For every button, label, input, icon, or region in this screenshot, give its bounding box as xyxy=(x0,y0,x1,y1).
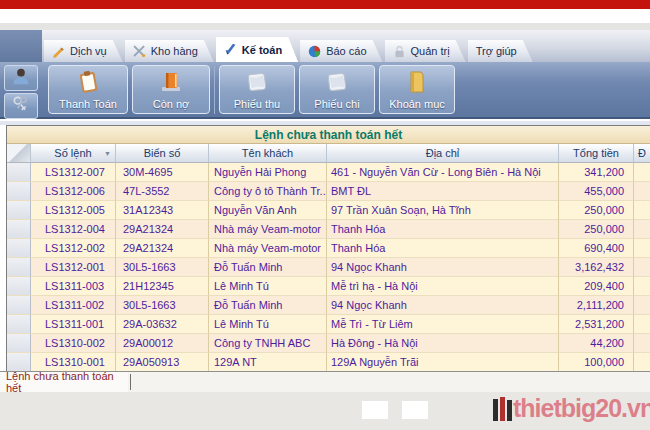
cell-tong-tien: 250,000 xyxy=(559,220,634,239)
cell-dia-chi: Mễ trì hạ - Hà Nội xyxy=(327,277,559,296)
cell-bien-so: 31A12343 xyxy=(116,201,209,220)
cell-ten-khach: Đỗ Tuấn Minh xyxy=(209,296,327,315)
cell-bien-so: 29A-03632 xyxy=(116,315,209,334)
cube-icon xyxy=(324,66,350,98)
tab-tro-giup[interactable]: Trợ giúp xyxy=(468,40,533,62)
cell-so-lenh: LS1312-002 xyxy=(31,239,116,258)
cell-dia-chi: Hà Đông - Hà Nội xyxy=(327,334,559,353)
book-icon xyxy=(158,66,184,98)
cell-tong-tien: 2,111,200 xyxy=(559,296,634,315)
cell-edge xyxy=(634,239,650,258)
tab-label: Trợ giúp xyxy=(476,45,517,57)
cell-tong-tien: 44,200 xyxy=(559,334,634,353)
cell-bien-so: 30L5-1663 xyxy=(116,258,209,277)
row-selector-cell[interactable] xyxy=(7,315,31,334)
column-header-edge[interactable]: Đ xyxy=(634,144,650,163)
cell-edge xyxy=(634,201,650,220)
table-row[interactable]: LS1311-003 21H12345 Lê Minh Tú Mễ trì hạ… xyxy=(7,277,650,296)
cell-dia-chi: Thanh Hóa xyxy=(327,220,559,239)
cell-ten-khach: Nhà máy Veam-motor xyxy=(209,239,327,258)
status-footer: thietbig20.vn xyxy=(0,392,650,430)
keys-icon xyxy=(11,94,31,118)
cell-so-lenh: LS1312-007 xyxy=(31,163,116,182)
cell-ten-khach: Nguyễn Văn Anh xyxy=(209,201,327,220)
row-selector-cell[interactable] xyxy=(7,163,31,182)
table-row[interactable]: LS1312-005 31A12343 Nguyễn Văn Anh 97 Tr… xyxy=(7,201,650,220)
cell-tong-tien: 455,000 xyxy=(559,182,634,201)
keys-button[interactable] xyxy=(4,93,38,119)
tab-bao-cao[interactable]: Báo cáo xyxy=(300,40,382,62)
lock-icon xyxy=(393,45,406,58)
tab-quan-tri[interactable]: Quản trị xyxy=(385,40,466,62)
row-selector-cell[interactable] xyxy=(7,296,31,315)
column-header-so-lenh[interactable]: Số lệnh ▼ xyxy=(31,144,116,163)
table-row[interactable]: LS1312-002 29A21324 Nhà máy Veam-motor T… xyxy=(7,239,650,258)
cell-ten-khach: Công ty TNHH ABC xyxy=(209,334,327,353)
tab-row: Dịch vụKho hàngKế toánBáo cáoQuản trịTrợ… xyxy=(0,30,650,62)
column-header-dia-chi[interactable]: Địa chỉ xyxy=(327,144,559,163)
row-selector-cell[interactable] xyxy=(7,201,31,220)
table-row[interactable]: LS1311-002 30L5-1663 Đỗ Tuấn Minh 94 Ngọ… xyxy=(7,296,650,315)
con-no-button[interactable]: Còn nợ xyxy=(132,65,210,114)
cell-bien-so: 29A21324 xyxy=(116,220,209,239)
table-row[interactable]: LS1312-007 30M-4695 Nguyễn Hải Phong 461… xyxy=(7,163,650,182)
cell-bien-so: 29A050913 xyxy=(116,353,209,372)
cell-dia-chi: 94 Ngọc Khanh xyxy=(327,258,559,277)
watermark-text: thietbig20.vn xyxy=(513,394,650,423)
ribbon-group-divider xyxy=(214,66,215,114)
row-selector-cell[interactable] xyxy=(7,220,31,239)
tab-dich-vu[interactable]: Dịch vụ xyxy=(44,40,123,62)
bottom-tab-unpaid-orders[interactable]: Lệnh chưa thanh toán hết xyxy=(0,372,128,392)
row-selector-cell[interactable] xyxy=(7,277,31,296)
table-row[interactable]: LS1312-006 47L-3552 Công ty ô tô Thành T… xyxy=(7,182,650,201)
cell-edge xyxy=(634,163,650,182)
cell-edge xyxy=(634,182,650,201)
table-row[interactable]: LS1312-004 29A21324 Nhà máy Veam-motor T… xyxy=(7,220,650,239)
cell-dia-chi: 461 - Nguyễn Văn Cừ - Long Biên - Hà Nội xyxy=(327,163,559,182)
phieu-thu-button[interactable]: Phiếu thu xyxy=(219,65,295,114)
row-selector-cell[interactable] xyxy=(7,182,31,201)
cell-tong-tien: 341,200 xyxy=(559,163,634,182)
thanh-toan-button[interactable]: Thanh Toán xyxy=(48,65,128,114)
cell-so-lenh: LS1312-005 xyxy=(31,201,116,220)
tab-ke-toan[interactable]: Kế toán xyxy=(216,37,298,62)
cell-so-lenh: LS1311-002 xyxy=(31,296,116,315)
person-icon xyxy=(11,66,31,90)
cell-dia-chi: BMT ĐL xyxy=(327,182,559,201)
select-all-corner[interactable] xyxy=(7,144,31,163)
cell-bien-so: 30M-4695 xyxy=(116,163,209,182)
sort-arrow-icon: ▼ xyxy=(104,150,111,157)
phieu-chi-button[interactable]: Phiếu chi xyxy=(299,65,375,114)
cube-icon xyxy=(244,66,270,98)
cell-edge xyxy=(634,258,650,277)
column-header-ten-khach[interactable]: Tên khách xyxy=(209,144,327,163)
column-header-bien-so[interactable]: Biển số xyxy=(116,144,209,163)
tools-icon xyxy=(133,45,146,58)
tab-kho-hang[interactable]: Kho hàng xyxy=(125,40,214,62)
top-red-bar xyxy=(0,0,650,9)
row-selector-cell[interactable] xyxy=(7,258,31,277)
bottom-tab-separator xyxy=(130,374,131,390)
cell-ten-khach: Nguyễn Hải Phong xyxy=(209,163,327,182)
cell-ten-khach: Công ty ô tô Thành Tr... xyxy=(209,182,327,201)
row-selector-cell[interactable] xyxy=(7,334,31,353)
cell-ten-khach: Lê Minh Tú xyxy=(209,315,327,334)
pen-icon xyxy=(224,43,237,56)
khoan-muc-button[interactable]: Khoản mục xyxy=(379,65,455,114)
cell-tong-tien: 3,162,432 xyxy=(559,258,634,277)
cell-so-lenh: LS1311-003 xyxy=(31,277,116,296)
table-row[interactable]: LS1311-001 29A-03632 Lê Minh Tú Mễ Trì -… xyxy=(7,315,650,334)
footer-square xyxy=(402,401,428,419)
bottom-tab-strip: Lệnh chưa thanh toán hết xyxy=(0,371,650,392)
column-header-tong-tien[interactable]: Tổng tiền xyxy=(559,144,634,163)
clipboard-icon xyxy=(75,66,101,98)
cell-ten-khach: Đỗ Tuấn Minh xyxy=(209,258,327,277)
tab-label: Quản trị xyxy=(411,45,450,57)
table-row[interactable]: LS1312-001 30L5-1663 Đỗ Tuấn Minh 94 Ngọ… xyxy=(7,258,650,277)
cell-tong-tien: 690,400 xyxy=(559,239,634,258)
row-selector-cell[interactable] xyxy=(7,239,31,258)
user-button[interactable] xyxy=(4,65,38,91)
table-row[interactable]: LS1310-002 29A00012 Công ty TNHH ABC Hà … xyxy=(7,334,650,353)
tab-label: Báo cáo xyxy=(326,45,366,57)
cell-so-lenh: LS1310-002 xyxy=(31,334,116,353)
